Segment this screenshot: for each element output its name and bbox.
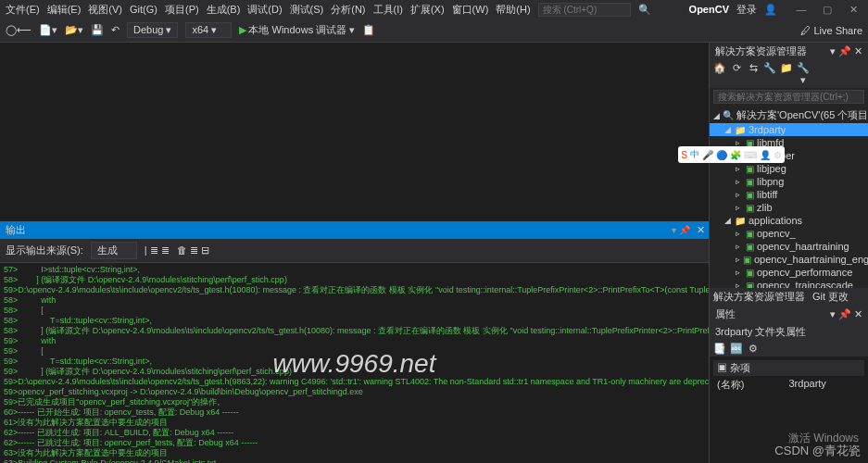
- tool-icon[interactable]: 📋: [362, 24, 375, 36]
- tree-item[interactable]: ▹▣libtiff: [710, 188, 868, 201]
- output-toolbar: 显示输出来源(S): 生成 | ≣ ≣ 🗑 ≣ ⊟: [0, 239, 709, 263]
- prop-icon[interactable]: ⚙: [747, 343, 760, 355]
- output-source-label: 显示输出来源(S):: [6, 244, 83, 257]
- folder-3rdparty[interactable]: ◢📁3rdparty: [710, 123, 868, 136]
- sync-icon[interactable]: ⇆: [747, 62, 760, 86]
- cat-icon[interactable]: 📑: [713, 343, 726, 355]
- menu-test[interactable]: 测试(S): [290, 3, 324, 17]
- user-icon[interactable]: 👤: [764, 4, 777, 16]
- toolbar: ◯⟵ 📄▾ 📂▾ 💾 ↶ Debug ▾ x64 ▾ ▶本地 Windows 调…: [0, 19, 868, 43]
- properties-subtitle: 3rdparty 文件夹属性: [710, 323, 868, 341]
- tree-item[interactable]: ▹▣opencv_haartraining: [710, 240, 868, 253]
- tab-se[interactable]: 解决方案资源管理器: [713, 290, 805, 304]
- tree-item[interactable]: ▹▣libpng: [710, 175, 868, 188]
- editor-empty: [0, 43, 709, 221]
- home-icon[interactable]: 🏠: [713, 62, 726, 86]
- save-icon[interactable]: 💾: [91, 24, 104, 36]
- nav-back-icon[interactable]: ◯⟵: [6, 24, 31, 36]
- props-icon[interactable]: 🔧: [763, 62, 776, 86]
- search-icon[interactable]: 🔍: [638, 4, 651, 16]
- menu-git[interactable]: Git(G): [130, 4, 157, 15]
- config-dropdown[interactable]: Debug ▾: [127, 22, 178, 38]
- search-input[interactable]: [538, 3, 631, 17]
- tab-git[interactable]: Git 更改: [812, 290, 849, 304]
- project-title: OpenCV: [689, 4, 729, 15]
- live-share[interactable]: 🖊 Live Share: [800, 25, 862, 36]
- output-source-dropdown[interactable]: 生成: [91, 242, 137, 259]
- properties-title: 属性 ▾ 📌 ✕: [710, 306, 868, 323]
- menu-help[interactable]: 帮助(H): [496, 3, 530, 17]
- menubar: 文件(E) 编辑(E) 视图(V) Git(G) 项目(P) 生成(B) 调试(…: [0, 0, 868, 19]
- properties-grid[interactable]: ▣ 杂项 (名称)3rdparty CSDN @青花瓷: [710, 357, 868, 463]
- menu-analyze[interactable]: 分析(N): [331, 3, 365, 17]
- az-icon[interactable]: 🔤: [730, 343, 743, 355]
- pin-icon[interactable]: ▾ 📌: [672, 225, 690, 235]
- output-content[interactable]: 57> I>std::tuple<cv::String,int>, 58> ] …: [0, 263, 709, 463]
- menu-view[interactable]: 视图(V): [88, 3, 122, 17]
- new-icon[interactable]: 📄▾: [39, 24, 57, 36]
- menu-debug[interactable]: 调试(D): [247, 3, 282, 17]
- tree-item[interactable]: ▹▣opencv_performance: [710, 266, 868, 279]
- close-icon[interactable]: ✕: [844, 4, 862, 16]
- refresh-icon[interactable]: ⟳: [730, 62, 743, 86]
- sidebar-tabs: 解决方案资源管理器 Git 更改: [710, 288, 868, 306]
- prop-cat-misc[interactable]: ▣ 杂项: [713, 360, 864, 376]
- goto-icon[interactable]: | ≣ ≣: [145, 244, 170, 257]
- maximize-icon[interactable]: ▢: [818, 4, 837, 16]
- panel-close-icon[interactable]: ✕: [854, 45, 862, 56]
- tree-item[interactable]: ▹▣libjpeg: [710, 162, 868, 175]
- solution-explorer-title: 解决方案资源管理器 ▾ 📌 ✕: [710, 43, 868, 60]
- run-button[interactable]: ▶本地 Windows 调试器 ▾: [239, 23, 355, 37]
- solution-root[interactable]: ◢🔍解决方案'OpenCV'(65 个项目, 共 65 个): [710, 107, 868, 123]
- solution-toolbar: 🏠 ⟳ ⇆ 🔧 📁 🔧▾: [710, 60, 868, 88]
- solution-search-input[interactable]: [713, 90, 864, 104]
- minimize-icon[interactable]: —: [792, 4, 811, 16]
- clear-icon[interactable]: 🗑 ≣ ⊟: [177, 244, 209, 257]
- pin-icon[interactable]: ▾ 📌: [830, 45, 851, 56]
- showall-icon[interactable]: 📁: [780, 62, 793, 86]
- menu-tools[interactable]: 工具(I): [373, 3, 403, 17]
- tree-item[interactable]: ▹▣opencv_haartraining_engine: [710, 253, 868, 266]
- platform-dropdown[interactable]: x64 ▾: [185, 22, 232, 38]
- pin-icon[interactable]: ▾ 📌: [830, 308, 851, 319]
- prop-name-label: (名称): [717, 378, 789, 392]
- undo-icon[interactable]: ↶: [111, 24, 120, 36]
- tree-item[interactable]: ▹▣opencv_: [710, 227, 868, 240]
- menu-project[interactable]: 项目(P): [165, 3, 199, 17]
- wrench-icon[interactable]: 🔧▾: [797, 62, 810, 86]
- activate-windows: 激活 Windows: [788, 431, 859, 446]
- output-close-icon[interactable]: ✕: [697, 224, 705, 236]
- menu-build[interactable]: 生成(B): [207, 3, 241, 17]
- menu-file[interactable]: 文件(E): [6, 3, 40, 17]
- folder-applications[interactable]: ◢📁applications: [710, 214, 868, 227]
- menu-window[interactable]: 窗口(W): [452, 3, 489, 17]
- open-icon[interactable]: 📂▾: [65, 24, 83, 36]
- login-link[interactable]: 登录: [736, 3, 757, 17]
- ime-toolbar[interactable]: S中🎤🔵🧩⌨👤⚙: [678, 146, 785, 163]
- menu-edit[interactable]: 编辑(E): [47, 3, 82, 17]
- output-panel-title[interactable]: 输出 ▾ 📌 ✕: [0, 221, 709, 239]
- props-close-icon[interactable]: ✕: [854, 308, 862, 319]
- menu-ext[interactable]: 扩展(X): [410, 3, 445, 17]
- tree-item[interactable]: ▹▣opencv_traincascade: [710, 279, 868, 288]
- prop-name-value: 3rdparty: [789, 378, 862, 392]
- solution-tree[interactable]: ◢🔍解决方案'OpenCV'(65 个项目, 共 65 个) ◢📁3rdpart…: [710, 106, 868, 288]
- tree-item[interactable]: ▹▣zlib: [710, 201, 868, 214]
